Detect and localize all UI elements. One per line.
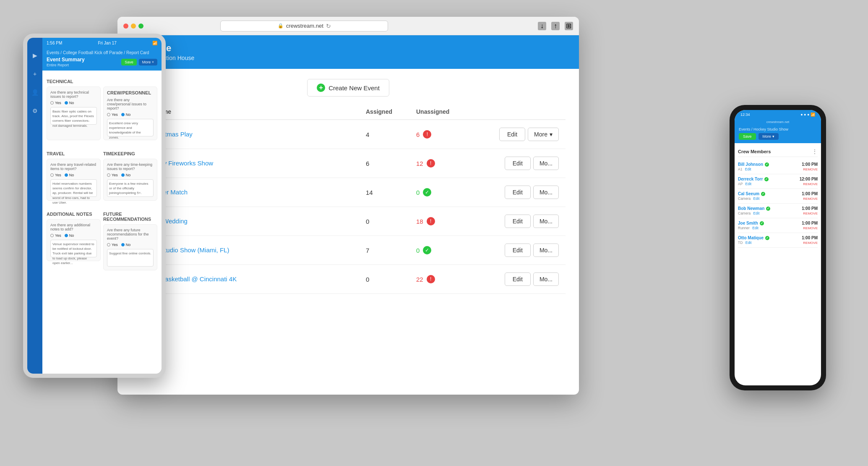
unassigned-count-1: 12 bbox=[416, 160, 423, 167]
row-actions-5: Edit Mo... bbox=[475, 272, 559, 286]
more-button-3[interactable]: Mo... bbox=[533, 215, 559, 228]
crew-verified-icon-3: ✓ bbox=[766, 207, 770, 211]
edit-button-4[interactable]: Edit bbox=[505, 243, 531, 257]
company-name: John's Production House bbox=[129, 55, 567, 61]
crew-role-5: TD Edit bbox=[738, 241, 802, 245]
edit-button-5[interactable]: Edit bbox=[505, 272, 531, 286]
timekeeping-form: Are there any time-keeping issues to rep… bbox=[103, 159, 157, 201]
technical-form-left: Are there any technical issues to report… bbox=[47, 86, 101, 140]
crew-name-2: Cal Seeum ✓ bbox=[738, 191, 802, 196]
edit-button-0[interactable]: Edit bbox=[499, 128, 525, 141]
crew-member-row-2: Cal Seeum ✓ Camera Edit 1:00 PM REMOVE bbox=[738, 189, 818, 204]
col-unassigned: Unassigned bbox=[416, 108, 475, 115]
edit-button-1[interactable]: Edit bbox=[505, 157, 531, 170]
address-bar[interactable]: 🔒 crewstream.net ↻ bbox=[220, 21, 388, 31]
crew-verified-icon-0: ✓ bbox=[765, 162, 769, 167]
future-q1: Are there any future recommendations for… bbox=[107, 228, 154, 241]
more-button-2[interactable]: Mo... bbox=[533, 186, 559, 199]
technical-radio: Yes No bbox=[50, 101, 97, 105]
crew-radio-yes: Yes bbox=[107, 113, 118, 117]
close-window-button[interactable] bbox=[123, 24, 128, 29]
tablet-screen: 1:56 PM Fri Jan 17 📶 Events / College Fo… bbox=[27, 38, 162, 374]
crew-edit-link-2[interactable]: Edit bbox=[753, 196, 760, 201]
assigned-2: 14 bbox=[366, 189, 416, 196]
travel-notes: Hotel reservation numbers seems confirm … bbox=[50, 179, 97, 197]
crew-edit-link-5[interactable]: Edit bbox=[745, 241, 752, 245]
crew-verified-icon-1: ✓ bbox=[764, 177, 769, 181]
reload-icon[interactable]: ↻ bbox=[326, 23, 331, 29]
share-icon[interactable]: ↑ bbox=[551, 22, 560, 30]
nav-settings-icon[interactable]: ⚙ bbox=[30, 106, 40, 116]
crew-remove-1[interactable]: REMOVE bbox=[800, 182, 818, 186]
crew-options-icon[interactable]: ⋮ bbox=[812, 148, 818, 155]
tablet-content: Technical Are there any technical issues… bbox=[42, 71, 162, 374]
table-row: Hockey Studio Show (Miami, FL) 7 0 ✓ Edi… bbox=[131, 236, 566, 265]
row-actions-0: Edit More ▾ bbox=[475, 128, 559, 141]
edit-button-2[interactable]: Edit bbox=[505, 186, 531, 199]
timekeeping-radio: Yes No bbox=[107, 173, 154, 177]
minimize-window-button[interactable] bbox=[131, 24, 136, 29]
create-event-button[interactable]: + Create New Event bbox=[307, 79, 389, 97]
phone-more-button[interactable]: More ▾ bbox=[759, 133, 779, 140]
maximize-window-button[interactable] bbox=[138, 24, 143, 29]
crew-remove-5[interactable]: REMOVE bbox=[802, 241, 818, 245]
download-icon[interactable]: ↓ bbox=[538, 22, 546, 30]
tablet-main-content: 1:56 PM Fri Jan 17 📶 Events / College Fo… bbox=[42, 38, 162, 374]
crew-member-row-4: Joe Smith ✓ Runner Edit 1:00 PM REMOVE bbox=[738, 218, 818, 233]
unassigned-cell-5: 22 ! bbox=[416, 275, 475, 283]
tablet-save-button[interactable]: Save bbox=[121, 59, 137, 65]
crew-dot-yes bbox=[107, 113, 110, 116]
table-row: College Basketball @ Cincinnati 4K 0 22 … bbox=[131, 265, 566, 294]
plus-icon: + bbox=[317, 84, 325, 92]
phone-header: Events / Hockey Studio Show Save More ▾ bbox=[735, 125, 821, 143]
crew-time-3: 1:00 PM bbox=[802, 206, 818, 211]
edit-button-3[interactable]: Edit bbox=[505, 215, 531, 228]
crew-edit-link-4[interactable]: Edit bbox=[752, 226, 759, 230]
crew-remove-2[interactable]: REMOVE bbox=[802, 197, 818, 201]
nav-add-icon[interactable]: + bbox=[30, 69, 40, 79]
crew-member-left-0: Bill Johnson ✓ A1 Edit bbox=[738, 162, 802, 171]
phone-signal-icon: ● ● ● 📶 bbox=[800, 113, 815, 117]
crew-remove-4[interactable]: REMOVE bbox=[802, 226, 818, 230]
more-button-0[interactable]: More ▾ bbox=[528, 128, 559, 141]
radio-dot-yes bbox=[50, 101, 54, 105]
tablet-more-button[interactable]: More + bbox=[139, 59, 157, 65]
travel-section: Travel Are there any travel-related item… bbox=[47, 147, 101, 204]
unassigned-cell-1: 12 ! bbox=[416, 159, 475, 168]
crew-edit-link-3[interactable]: Edit bbox=[753, 211, 760, 215]
crew-remove-0[interactable]: REMOVE bbox=[802, 168, 818, 171]
crew-role-4: Runner Edit bbox=[738, 226, 802, 230]
table-row: Pro Soccer Match 14 0 ✓ Edit Mo... bbox=[131, 178, 566, 207]
breadcrumb-text: Events / College Football Kick off Parad… bbox=[47, 50, 149, 55]
copy-icon[interactable]: ⊞ bbox=[565, 22, 573, 30]
row-actions-1: Edit Mo... bbox=[475, 157, 559, 170]
radio-yes: Yes bbox=[50, 101, 61, 105]
browser-window-controls bbox=[123, 24, 143, 29]
more-button-4[interactable]: Mo... bbox=[533, 243, 559, 257]
alert-icon-0: ! bbox=[423, 130, 431, 139]
row-actions-3: Edit Mo... bbox=[475, 215, 559, 228]
table-row: Jemison Wedding 0 18 ! Edit Mo... bbox=[131, 207, 566, 236]
crew-remove-3[interactable]: REMOVE bbox=[802, 212, 818, 215]
more-button-1[interactable]: Mo... bbox=[533, 157, 559, 170]
phone-save-button[interactable]: Save bbox=[739, 133, 756, 140]
nav-logo-icon[interactable]: ▶ bbox=[30, 50, 40, 60]
crew-member-right-2: 1:00 PM REMOVE bbox=[802, 191, 818, 201]
more-button-5[interactable]: Mo... bbox=[533, 272, 559, 286]
crew-time-4: 1:00 PM bbox=[802, 221, 818, 225]
crew-role-0: A1 Edit bbox=[738, 167, 802, 171]
tablet-signal-icon: 📶 bbox=[152, 41, 157, 45]
assigned-3: 0 bbox=[366, 218, 416, 225]
crew-edit-link-1[interactable]: Edit bbox=[745, 182, 752, 186]
crew-time-1: 12:00 PM bbox=[800, 177, 818, 181]
crew-member-row-3: Bob Newman ✓ Camera Edit 1:00 PM REMOVE bbox=[738, 204, 818, 218]
travel-q1: Are there any travel-related items to re… bbox=[50, 162, 97, 171]
unassigned-cell-4: 0 ✓ bbox=[416, 246, 475, 254]
tablet-status-bar: 1:56 PM Fri Jan 17 📶 bbox=[42, 38, 162, 48]
crew-member-left-2: Cal Seeum ✓ Camera Edit bbox=[738, 191, 802, 201]
nav-user-icon[interactable]: 👤 bbox=[30, 87, 40, 97]
additional-radio-no: No bbox=[65, 233, 74, 238]
crew-edit-link-0[interactable]: Edit bbox=[745, 167, 751, 171]
assigned-1: 6 bbox=[366, 160, 416, 167]
travel-dot-yes bbox=[50, 173, 54, 177]
